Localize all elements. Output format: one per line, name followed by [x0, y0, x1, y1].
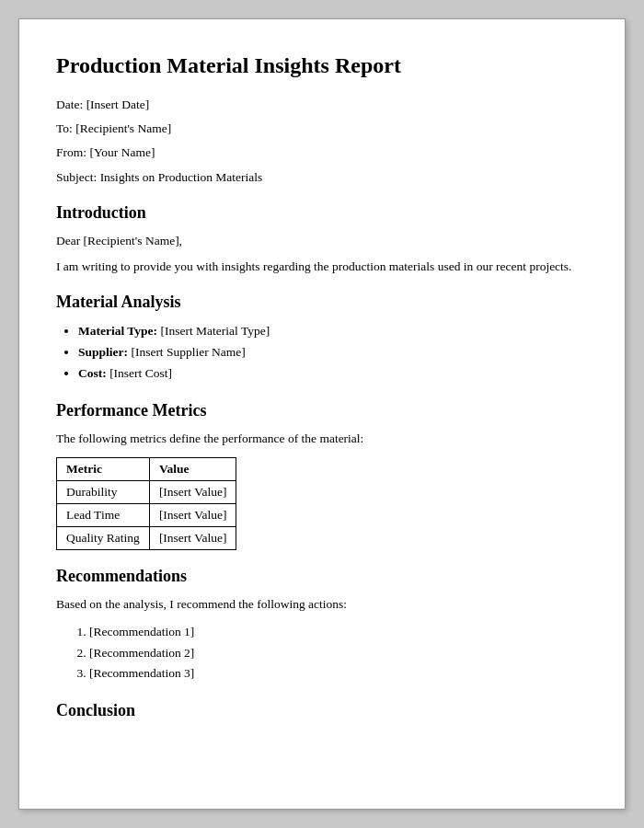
metric-lead-time: Lead Time	[57, 504, 150, 527]
meta-date-label: Date:	[56, 98, 83, 111]
table-row: Quality Rating [Insert Value]	[57, 527, 236, 550]
list-item: [Recommendation 3]	[89, 663, 588, 684]
material-analysis-heading: Material Analysis	[56, 293, 588, 312]
table-row: Lead Time [Insert Value]	[57, 504, 236, 527]
recommendations-list: [Recommendation 1] [Recommendation 2] [R…	[89, 622, 588, 685]
material-type-value: [Insert Material Type]	[160, 324, 270, 338]
recommendations-intro: Based on the analysis, I recommend the f…	[56, 595, 588, 614]
meta-to-label: To:	[56, 121, 73, 135]
table-row: Durability [Insert Value]	[57, 481, 236, 504]
material-analysis-list: Material Type: [Insert Material Type] Su…	[78, 321, 588, 385]
material-type-label: Material Type:	[78, 324, 157, 338]
meta-to: To: [Recipient's Name]	[56, 120, 588, 138]
value-quality-rating: [Insert Value]	[149, 527, 236, 550]
list-item: Material Type: [Insert Material Type]	[78, 321, 588, 342]
table-header-value: Value	[149, 458, 236, 481]
list-item: Supplier: [Insert Supplier Name]	[78, 342, 588, 363]
conclusion-heading: Conclusion	[56, 701, 588, 720]
performance-metrics-heading: Performance Metrics	[56, 401, 588, 420]
list-item: [Recommendation 1]	[89, 622, 588, 643]
supplier-label: Supplier:	[78, 345, 128, 359]
meta-from-value: [Your Name]	[89, 145, 155, 159]
meta-subject-value: Insights on Production Materials	[100, 170, 263, 184]
meta-from: From: [Your Name]	[56, 144, 588, 162]
list-item: [Recommendation 2]	[89, 643, 588, 664]
value-lead-time: [Insert Value]	[149, 504, 236, 527]
metric-quality-rating: Quality Rating	[57, 527, 150, 550]
introduction-body: I am writing to provide you with insight…	[56, 258, 588, 276]
cost-label: Cost:	[78, 366, 107, 380]
supplier-value: [Insert Supplier Name]	[131, 345, 245, 359]
metric-durability: Durability	[57, 481, 150, 504]
list-item: Cost: [Insert Cost]	[78, 363, 588, 385]
performance-metrics-intro: The following metrics define the perform…	[56, 430, 588, 448]
meta-subject-label: Subject:	[56, 170, 97, 184]
introduction-heading: Introduction	[56, 203, 588, 223]
meta-date-value: [Insert Date]	[86, 98, 150, 111]
cost-value: [Insert Cost]	[109, 366, 172, 380]
value-durability: [Insert Value]	[149, 481, 236, 504]
metrics-table: Metric Value Durability [Insert Value] L…	[56, 457, 236, 550]
report-title: Production Material Insights Report	[56, 52, 588, 79]
meta-to-value: [Recipient's Name]	[75, 121, 171, 135]
meta-subject: Subject: Insights on Production Material…	[56, 168, 588, 187]
table-header-metric: Metric	[57, 458, 150, 481]
page-container: Production Material Insights Report Date…	[18, 18, 626, 810]
meta-from-label: From:	[56, 145, 86, 159]
table-header-row: Metric Value	[57, 458, 236, 481]
introduction-greeting: Dear [Recipient's Name],	[56, 232, 588, 250]
meta-date: Date: [Insert Date]	[56, 96, 588, 114]
recommendations-heading: Recommendations	[56, 567, 588, 586]
